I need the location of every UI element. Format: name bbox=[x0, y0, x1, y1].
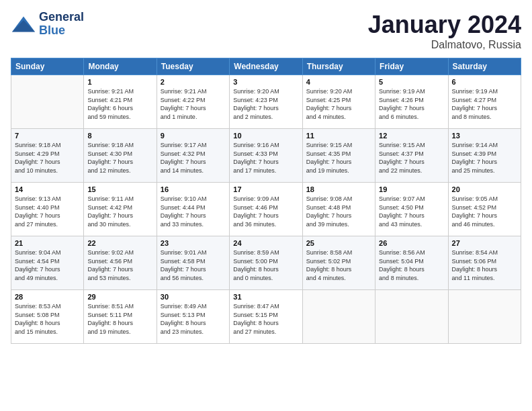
day-number: 11 bbox=[306, 132, 371, 140]
day-number: 25 bbox=[306, 239, 371, 247]
calendar-cell: 15Sunrise: 9:11 AMSunset: 4:42 PMDayligh… bbox=[84, 183, 157, 236]
page: General Blue January 2024 Dalmatovo, Rus… bbox=[0, 0, 532, 411]
calendar-body: 1Sunrise: 9:21 AMSunset: 4:21 PMDaylight… bbox=[11, 75, 521, 344]
calendar-cell: 28Sunrise: 8:53 AMSunset: 5:08 PMDayligh… bbox=[11, 290, 84, 344]
calendar-cell: 29Sunrise: 8:51 AMSunset: 5:11 PMDayligh… bbox=[84, 290, 157, 344]
calendar-cell bbox=[448, 290, 521, 344]
day-number: 9 bbox=[161, 132, 226, 140]
calendar-cell: 17Sunrise: 9:09 AMSunset: 4:46 PMDayligh… bbox=[230, 183, 302, 236]
calendar-cell: 13Sunrise: 9:14 AMSunset: 4:39 PMDayligh… bbox=[448, 129, 521, 183]
calendar-cell: 16Sunrise: 9:10 AMSunset: 4:44 PMDayligh… bbox=[157, 183, 229, 236]
day-detail: Sunrise: 9:14 AMSunset: 4:39 PMDaylight:… bbox=[452, 141, 517, 175]
day-number: 31 bbox=[233, 293, 298, 301]
day-detail: Sunrise: 9:17 AMSunset: 4:32 PMDaylight:… bbox=[161, 141, 226, 175]
day-number: 13 bbox=[452, 132, 517, 140]
day-detail: Sunrise: 8:53 AMSunset: 5:08 PMDaylight:… bbox=[15, 302, 80, 336]
header-row: Sunday Monday Tuesday Wednesday Thursday… bbox=[11, 58, 521, 75]
day-detail: Sunrise: 8:47 AMSunset: 5:15 PMDaylight:… bbox=[233, 302, 298, 336]
calendar-cell: 31Sunrise: 8:47 AMSunset: 5:15 PMDayligh… bbox=[230, 290, 302, 344]
calendar-cell: 19Sunrise: 9:07 AMSunset: 4:50 PMDayligh… bbox=[375, 183, 448, 236]
day-detail: Sunrise: 9:09 AMSunset: 4:46 PMDaylight:… bbox=[233, 195, 298, 228]
day-detail: Sunrise: 9:19 AMSunset: 4:26 PMDaylight:… bbox=[379, 87, 444, 121]
logo-blue-text: Blue bbox=[39, 24, 84, 38]
day-number: 16 bbox=[161, 185, 226, 193]
calendar-week-3: 14Sunrise: 9:13 AMSunset: 4:40 PMDayligh… bbox=[11, 183, 521, 236]
calendar-table: Sunday Monday Tuesday Wednesday Thursday… bbox=[11, 58, 521, 344]
day-detail: Sunrise: 9:01 AMSunset: 4:58 PMDaylight:… bbox=[161, 248, 226, 282]
calendar-cell: 7Sunrise: 9:18 AMSunset: 4:29 PMDaylight… bbox=[11, 129, 84, 183]
calendar-cell: 24Sunrise: 8:59 AMSunset: 5:00 PMDayligh… bbox=[230, 236, 302, 290]
day-number: 10 bbox=[233, 132, 298, 140]
logo-icon bbox=[11, 11, 36, 37]
calendar-week-5: 28Sunrise: 8:53 AMSunset: 5:08 PMDayligh… bbox=[11, 290, 521, 344]
calendar-cell: 18Sunrise: 9:08 AMSunset: 4:48 PMDayligh… bbox=[302, 183, 375, 236]
calendar-cell bbox=[375, 290, 448, 344]
calendar-cell: 20Sunrise: 9:05 AMSunset: 4:52 PMDayligh… bbox=[448, 183, 521, 236]
day-detail: Sunrise: 9:07 AMSunset: 4:50 PMDaylight:… bbox=[379, 195, 444, 228]
day-number: 28 bbox=[15, 293, 80, 301]
calendar-cell: 14Sunrise: 9:13 AMSunset: 4:40 PMDayligh… bbox=[11, 183, 84, 236]
calendar-cell: 27Sunrise: 8:54 AMSunset: 5:06 PMDayligh… bbox=[448, 236, 521, 290]
day-number: 12 bbox=[379, 132, 444, 140]
day-number: 2 bbox=[161, 78, 226, 86]
col-monday: Monday bbox=[84, 58, 157, 75]
day-number: 6 bbox=[452, 78, 517, 86]
calendar-cell: 22Sunrise: 9:02 AMSunset: 4:56 PMDayligh… bbox=[84, 236, 157, 290]
calendar-cell: 9Sunrise: 9:17 AMSunset: 4:32 PMDaylight… bbox=[157, 129, 229, 183]
month-title: January 2024 bbox=[368, 11, 521, 39]
day-detail: Sunrise: 9:20 AMSunset: 4:23 PMDaylight:… bbox=[233, 87, 298, 121]
calendar-cell: 23Sunrise: 9:01 AMSunset: 4:58 PMDayligh… bbox=[157, 236, 229, 290]
day-number: 1 bbox=[87, 78, 152, 86]
calendar-cell bbox=[11, 75, 84, 129]
day-number: 18 bbox=[306, 185, 371, 193]
calendar-week-1: 1Sunrise: 9:21 AMSunset: 4:21 PMDaylight… bbox=[11, 75, 521, 129]
day-detail: Sunrise: 8:54 AMSunset: 5:06 PMDaylight:… bbox=[452, 248, 517, 282]
day-detail: Sunrise: 9:16 AMSunset: 4:33 PMDaylight:… bbox=[233, 141, 298, 175]
day-detail: Sunrise: 9:15 AMSunset: 4:37 PMDaylight:… bbox=[379, 141, 444, 175]
day-number: 17 bbox=[233, 185, 298, 193]
calendar-cell: 25Sunrise: 8:58 AMSunset: 5:02 PMDayligh… bbox=[302, 236, 375, 290]
calendar-cell: 8Sunrise: 9:18 AMSunset: 4:30 PMDaylight… bbox=[84, 129, 157, 183]
day-number: 8 bbox=[87, 132, 152, 140]
calendar-cell: 30Sunrise: 8:49 AMSunset: 5:13 PMDayligh… bbox=[157, 290, 229, 344]
col-wednesday: Wednesday bbox=[230, 58, 302, 75]
day-detail: Sunrise: 8:49 AMSunset: 5:13 PMDaylight:… bbox=[161, 302, 226, 336]
day-number: 14 bbox=[15, 185, 80, 193]
col-thursday: Thursday bbox=[302, 58, 375, 75]
day-detail: Sunrise: 9:04 AMSunset: 4:54 PMDaylight:… bbox=[15, 248, 80, 282]
day-number: 30 bbox=[161, 293, 226, 301]
day-number: 3 bbox=[233, 78, 298, 86]
calendar-cell: 1Sunrise: 9:21 AMSunset: 4:21 PMDaylight… bbox=[84, 75, 157, 129]
day-number: 21 bbox=[15, 239, 80, 247]
title-section: January 2024 Dalmatovo, Russia bbox=[368, 11, 521, 51]
svg-marker-1 bbox=[12, 20, 35, 32]
day-detail: Sunrise: 9:18 AMSunset: 4:29 PMDaylight:… bbox=[15, 141, 80, 175]
day-number: 5 bbox=[379, 78, 444, 86]
col-friday: Friday bbox=[375, 58, 448, 75]
day-number: 15 bbox=[87, 185, 152, 193]
calendar-cell: 12Sunrise: 9:15 AMSunset: 4:37 PMDayligh… bbox=[375, 129, 448, 183]
day-detail: Sunrise: 9:02 AMSunset: 4:56 PMDaylight:… bbox=[87, 248, 152, 282]
calendar-cell bbox=[302, 290, 375, 344]
day-detail: Sunrise: 9:08 AMSunset: 4:48 PMDaylight:… bbox=[306, 195, 371, 228]
day-detail: Sunrise: 9:15 AMSunset: 4:35 PMDaylight:… bbox=[306, 141, 371, 175]
day-detail: Sunrise: 9:13 AMSunset: 4:40 PMDaylight:… bbox=[15, 195, 80, 228]
day-detail: Sunrise: 9:05 AMSunset: 4:52 PMDaylight:… bbox=[452, 195, 517, 228]
col-saturday: Saturday bbox=[448, 58, 521, 75]
day-number: 29 bbox=[87, 293, 152, 301]
day-detail: Sunrise: 8:56 AMSunset: 5:04 PMDaylight:… bbox=[379, 248, 444, 282]
col-tuesday: Tuesday bbox=[157, 58, 229, 75]
location: Dalmatovo, Russia bbox=[368, 39, 521, 51]
day-detail: Sunrise: 8:59 AMSunset: 5:00 PMDaylight:… bbox=[233, 248, 298, 282]
calendar-cell: 21Sunrise: 9:04 AMSunset: 4:54 PMDayligh… bbox=[11, 236, 84, 290]
day-number: 26 bbox=[379, 239, 444, 247]
calendar-header: Sunday Monday Tuesday Wednesday Thursday… bbox=[11, 58, 521, 75]
day-detail: Sunrise: 9:10 AMSunset: 4:44 PMDaylight:… bbox=[161, 195, 226, 228]
day-number: 4 bbox=[306, 78, 371, 86]
day-number: 22 bbox=[87, 239, 152, 247]
day-number: 23 bbox=[161, 239, 226, 247]
day-detail: Sunrise: 9:20 AMSunset: 4:25 PMDaylight:… bbox=[306, 87, 371, 121]
calendar-cell: 10Sunrise: 9:16 AMSunset: 4:33 PMDayligh… bbox=[230, 129, 302, 183]
day-number: 19 bbox=[379, 185, 444, 193]
logo-general-text: General bbox=[39, 11, 84, 24]
